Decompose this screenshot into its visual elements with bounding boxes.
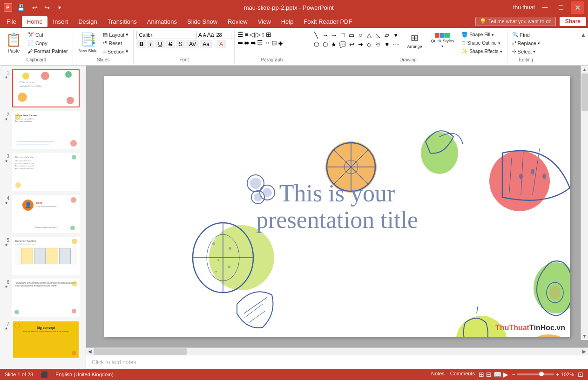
new-slide-button[interactable]: 📑 New Slide: [76, 31, 101, 54]
menu-item-transitions[interactable]: Transitions: [103, 16, 142, 27]
minimize-btn[interactable]: ─: [539, 1, 551, 13]
line-shape[interactable]: ╲: [312, 31, 320, 39]
pentagon-shape[interactable]: ⬠: [312, 40, 320, 48]
menu-item-view[interactable]: View: [253, 16, 276, 27]
reading-view-btn[interactable]: 📖: [493, 371, 501, 378]
scroll-right-btn[interactable]: ▶: [581, 347, 588, 355]
font-size-grow-icon[interactable]: A: [198, 32, 202, 39]
font-size-input[interactable]: [215, 31, 231, 39]
slide-thumb-1[interactable]: 1 ★ This is yourpresentation title: [2, 69, 84, 107]
star-shape[interactable]: ★: [330, 40, 338, 48]
find-button[interactable]: 🔍 Find: [510, 31, 542, 39]
callout-shape[interactable]: 💬: [338, 40, 347, 48]
menu-item-design[interactable]: Design: [74, 16, 101, 27]
align-text-icon[interactable]: ⊟: [271, 39, 277, 47]
shape-outline-button[interactable]: ◻ Shape Outline ▾: [460, 39, 504, 47]
hexagon-shape[interactable]: ⬡: [321, 40, 329, 48]
slide-preview-1[interactable]: This is yourpresentation title: [12, 69, 80, 107]
justify-icon[interactable]: ☰: [257, 39, 263, 47]
slide-title[interactable]: This is your presentation title: [256, 180, 418, 233]
strikethrough-button[interactable]: S: [166, 40, 175, 48]
normal-view-btn[interactable]: ⊞: [479, 371, 484, 378]
slide-thumb-3[interactable]: 3 ★ This is a slide title Place your tex…: [2, 153, 84, 191]
scroll-left-btn[interactable]: ◀: [86, 347, 94, 355]
menu-item-insert[interactable]: Insert: [48, 16, 73, 27]
scroll-track-v[interactable]: [581, 73, 588, 332]
flowchart-shape[interactable]: ◇: [365, 40, 373, 48]
right-triangle-shape[interactable]: ◺: [374, 31, 382, 39]
slide-canvas[interactable]: This is your presentation title ThuThuat…: [104, 76, 570, 337]
align-right-icon[interactable]: ➡: [250, 39, 256, 47]
replace-button[interactable]: ⇄ Replace ▾: [510, 39, 542, 47]
slide-preview-4[interactable]: 👤 Hello This is your presentation You ca…: [12, 195, 80, 233]
quick-styles-button[interactable]: Quick Styles ▾: [428, 31, 457, 50]
indent-increase-icon[interactable]: ▷: [256, 31, 261, 38]
comments-button[interactable]: Comments: [448, 371, 477, 378]
collapse-ribbon-icon[interactable]: ▲: [581, 32, 586, 38]
notes-button[interactable]: Notes: [429, 371, 446, 378]
scroll-track-h[interactable]: [94, 348, 581, 355]
curved-arrow-shape[interactable]: ↩: [347, 40, 356, 48]
slide-thumb-2[interactable]: 2 ★ Instructions for use Some text conte…: [2, 111, 84, 149]
save-icon[interactable]: 💾: [15, 3, 27, 12]
scroll-thumb-v[interactable]: [581, 73, 588, 111]
copy-button[interactable]: 📄Copy: [26, 39, 70, 47]
menu-item-home[interactable]: Home: [22, 16, 47, 27]
line-spacing-icon[interactable]: ↕: [262, 31, 265, 38]
menu-item-review[interactable]: Review: [223, 16, 252, 27]
reset-button[interactable]: ↺ Reset: [101, 39, 130, 47]
shape-fill-button[interactable]: 🪣 Shape Fill ▾: [460, 31, 504, 39]
scroll-thumb-h[interactable]: [94, 348, 187, 355]
slide-preview-5[interactable]: Transition headline Let's talk about the…: [12, 237, 80, 275]
clear-format-icon[interactable]: Aa: [207, 32, 214, 38]
numbering-icon[interactable]: ≡: [244, 31, 248, 38]
paste-button[interactable]: 📋 Paste: [3, 31, 25, 55]
character-spacing-button[interactable]: AV: [186, 40, 199, 48]
vertical-scrollbar[interactable]: ▲ ▼: [581, 66, 588, 340]
customize-qat-icon[interactable]: ▼: [55, 4, 64, 11]
align-left-icon[interactable]: ⬅: [237, 39, 243, 47]
columns-icon[interactable]: ⊞: [266, 31, 271, 38]
format-painter-button[interactable]: 🖌Format Painter: [26, 47, 70, 55]
font-name-input[interactable]: [136, 31, 197, 39]
font-color-button[interactable]: A: [216, 40, 226, 48]
scroll-up-btn[interactable]: ▲: [581, 66, 588, 73]
rounded-rect-shape[interactable]: ▭: [347, 31, 356, 39]
text-direction-icon[interactable]: ↔: [264, 39, 270, 47]
slide-preview-6[interactable]: "Quotations are summary printed as a mea…: [12, 279, 80, 317]
slide-preview-7[interactable]: Big concept Bring the attention of your …: [12, 320, 80, 359]
slide-thumb-5[interactable]: 5 ★ Transition headline Let's talk about…: [2, 237, 84, 275]
bullets-icon[interactable]: ☰: [237, 31, 243, 38]
slide-thumb-7[interactable]: 7 ★ Big concept Bring the attention of y…: [2, 320, 84, 359]
slideshow-btn[interactable]: ▶: [503, 371, 508, 378]
bold-button[interactable]: B: [136, 40, 146, 48]
slide-preview-3[interactable]: This is a slide title Place your text he…: [12, 153, 80, 191]
ribbon-shape[interactable]: ♾: [374, 40, 382, 48]
zoom-in-btn[interactable]: +: [556, 372, 559, 377]
font-size-shrink-icon[interactable]: A: [203, 33, 206, 38]
arrow-shape[interactable]: →: [321, 31, 329, 39]
redo-icon[interactable]: ↪: [42, 3, 52, 12]
layout-button[interactable]: ▤ Layout ▾: [101, 31, 130, 39]
restore-btn[interactable]: □: [555, 1, 567, 13]
rect-shape[interactable]: □: [338, 31, 347, 39]
menu-item-file[interactable]: File: [2, 16, 21, 27]
block-arrow-shape[interactable]: ➜: [356, 40, 365, 48]
share-button[interactable]: Share: [560, 17, 586, 26]
menu-item-foxit[interactable]: Foxit Reader PDF: [299, 16, 357, 27]
indent-decrease-icon[interactable]: ◁: [250, 31, 255, 38]
double-arrow-shape[interactable]: ↔: [330, 31, 338, 39]
select-button[interactable]: ⊹ Select ▾: [510, 47, 542, 55]
menu-item-help[interactable]: Help: [277, 16, 298, 27]
close-btn[interactable]: ✕: [571, 1, 584, 14]
section-button[interactable]: ≡ Section ▾: [101, 47, 130, 55]
horizontal-scrollbar[interactable]: ◀ ▶: [86, 347, 588, 355]
slide-preview-2[interactable]: Instructions for use Some text content h…: [12, 111, 80, 149]
zoom-slider[interactable]: [517, 373, 554, 375]
search-box[interactable]: 💡 Tell me what you want to do: [475, 17, 556, 26]
align-center-icon[interactable]: ⬌: [244, 39, 250, 47]
zoom-out-btn[interactable]: −: [512, 372, 515, 377]
text-shadow-button[interactable]: S: [176, 40, 185, 48]
parallelogram-shape[interactable]: ▱: [383, 31, 391, 39]
heart-shape[interactable]: ♥: [383, 40, 391, 48]
